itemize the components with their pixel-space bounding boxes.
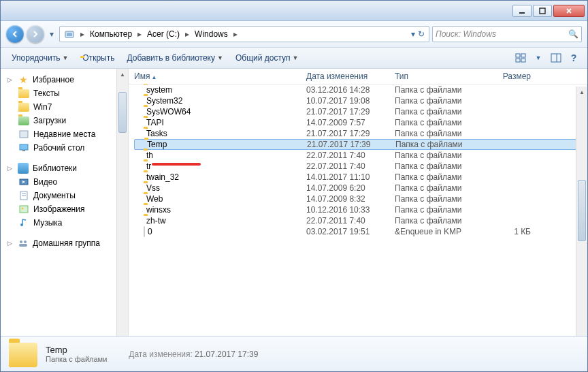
sidebar-item-downloads[interactable]: Загрузки [1,114,128,127]
file-row[interactable]: Web14.07.2009 8:32Папка с файлами [134,193,582,204]
folder-icon [134,118,144,127]
svg-point-22 [24,241,27,243]
file-row[interactable]: system03.12.2016 14:28Папка с файлами [134,84,582,95]
column-headers: Имя▲ Дата изменения Тип Размер [129,69,587,84]
folder-icon [134,161,144,171]
sort-indicator-icon: ▲ [151,74,157,80]
address-dropdown-icon[interactable]: ▾ [411,29,415,39]
maximize-button[interactable] [533,5,552,17]
sidebar-libraries-header[interactable]: ▷Библиотеки [1,161,128,175]
open-button[interactable]: Открыть [75,50,120,65]
file-row[interactable]: 003.02.2017 19:51&Enqueue in KMP1 КБ [134,226,582,237]
file-row[interactable]: winsxs10.12.2016 10:33Папка с файлами [134,204,582,215]
help-button[interactable]: ? [566,50,582,65]
file-row[interactable]: tr22.07.2011 7:40Папка с файлами [134,161,582,172]
expand-icon: ▷ [6,76,14,84]
file-row[interactable]: TAPI14.07.2009 7:57Папка с файлами [134,117,582,128]
sidebar-item-recent[interactable]: Недавние места [1,127,128,141]
history-dropdown[interactable]: ▾ [47,28,56,40]
breadcrumb-windows[interactable]: Windows [192,27,231,42]
breadcrumb-computer[interactable]: Компьютер [87,27,135,42]
scroll-up-icon[interactable]: ▲ [117,69,128,80]
selected-folder-icon [9,340,37,369]
sidebar-item-pictures[interactable]: Изображения [1,202,128,216]
file-type-cell: Папка с файлами [395,151,483,160]
file-row[interactable]: zh-tw22.07.2011 7:40Папка с файлами [134,215,582,226]
organize-button[interactable]: Упорядочить▼ [6,50,74,65]
view-options-button[interactable] [512,50,529,65]
sidebar-item-documents[interactable]: Документы [1,189,128,202]
sidebar-item-win7[interactable]: Win7 [1,100,128,114]
breadcrumb-root-icon[interactable] [61,27,78,42]
file-name-cell: System32 [134,96,306,106]
file-row[interactable]: Temp21.07.2017 17:39Папка с файлами [134,139,582,150]
scroll-thumb[interactable] [578,180,586,241]
folder-icon [134,151,144,160]
scroll-up-icon[interactable]: ▲ [576,87,587,98]
chevron-right-icon[interactable]: ▸ [231,29,240,39]
chevron-right-icon[interactable]: ▸ [78,29,87,39]
forward-button[interactable] [27,25,44,43]
chevron-down-icon: ▼ [293,55,299,61]
back-button[interactable] [6,25,24,43]
sidebar-item-desktop[interactable]: Рабочий стол [1,141,128,155]
file-date-cell: 03.12.2016 14:28 [306,85,395,95]
sidebar-favorites-header[interactable]: ▷★Избранное [1,73,128,87]
folder-icon [134,216,144,226]
sidebar-homegroup-header[interactable]: ▷Домашняя группа [1,236,128,250]
sidebar-item-videos[interactable]: Видео [1,175,128,189]
libraries-icon [18,163,29,174]
search-input[interactable]: Поиск: Windows 🔍 [432,26,582,42]
share-button[interactable]: Общий доступ▼ [230,50,304,65]
refresh-icon[interactable]: ↻ [418,29,425,39]
explorer-window: ▾ ▸ Компьютер ▸ Acer (C:) ▸ Windows ▸ ▾ … [0,0,588,372]
titlebar[interactable] [1,1,587,21]
chevron-down-icon: ▼ [62,55,68,61]
file-type-cell: Папка с файлами [395,118,483,127]
file-type-cell: Папка с файлами [395,96,483,106]
sidebar-item-music[interactable]: Музыка [1,216,128,230]
file-row[interactable]: th22.07.2011 7:40Папка с файлами [134,150,582,161]
svg-rect-10 [20,131,28,138]
scroll-thumb[interactable] [118,92,127,133]
file-row[interactable]: Vss14.07.2009 6:20Папка с файлами [134,183,582,193]
sidebar-scrollbar[interactable]: ▲ [116,69,128,336]
chevron-right-icon[interactable]: ▸ [182,29,192,39]
main-scrollbar[interactable]: ▲ [576,87,587,336]
file-name-cell: zh-tw [134,216,306,226]
file-row[interactable]: SysWOW6421.07.2017 17:29Папка с файлами [134,106,582,117]
navigation-bar: ▾ ▸ Компьютер ▸ Acer (C:) ▸ Windows ▸ ▾ … [1,21,587,48]
svg-point-21 [20,241,22,243]
breadcrumb-drive[interactable]: Acer (C:) [144,27,182,42]
folder-icon [134,96,144,106]
file-type-cell: Папка с файлами [395,107,483,117]
file-type-cell: Папка с файлами [395,194,483,204]
column-date[interactable]: Дата изменения [306,72,395,81]
file-row[interactable]: twain_3214.01.2017 11:10Папка с файлами [134,172,582,183]
folder-icon [134,205,144,215]
folder-icon [134,183,144,193]
file-type-cell: Папка с файлами [395,216,483,226]
expand-icon: ▷ [6,240,14,247]
folder-icon [134,107,144,117]
close-button[interactable] [553,5,585,17]
file-type-cell: Папка с файлами [395,172,483,182]
file-name-cell: system [134,85,306,95]
address-bar[interactable]: ▸ Компьютер ▸ Acer (C:) ▸ Windows ▸ ▾ ↻ [59,26,429,42]
column-type[interactable]: Тип [395,72,483,81]
add-to-library-button[interactable]: Добавить в библиотеку▼ [121,50,228,65]
file-row[interactable]: Tasks21.07.2017 17:29Папка с файлами [134,128,582,139]
view-dropdown[interactable]: ▼ [530,50,546,65]
search-placeholder: Поиск: Windows [436,29,496,39]
chevron-right-icon[interactable]: ▸ [135,29,144,39]
preview-pane-button[interactable] [548,50,564,65]
file-name-cell: Temp [135,140,307,149]
column-size[interactable]: Размер [483,72,531,81]
file-row[interactable]: System3210.07.2017 19:08Папка с файлами [134,95,582,106]
file-date-cell: 14.07.2009 8:32 [306,194,395,204]
minimize-button[interactable] [512,5,532,17]
sidebar-item-texts[interactable]: Тексты [1,87,128,100]
file-name-cell: TAPI [134,118,306,127]
column-name[interactable]: Имя▲ [134,72,306,81]
file-type-cell: Папка с файлами [395,129,483,138]
